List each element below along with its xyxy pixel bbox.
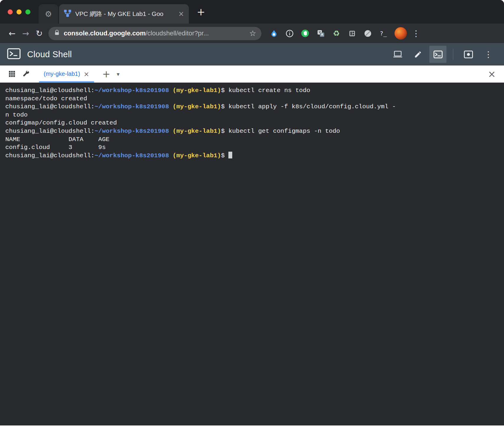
extensions-row: ♻ ?_ xyxy=(269,29,388,38)
grid-icon[interactable] xyxy=(5,67,19,81)
back-button[interactable]: ← xyxy=(5,27,19,40)
web-preview-icon[interactable] xyxy=(460,46,477,63)
terminal-cursor xyxy=(228,152,232,158)
url-path: /cloudshell/editor?pr... xyxy=(145,30,209,37)
profile-avatar[interactable] xyxy=(395,27,407,40)
circle-extension-icon[interactable] xyxy=(363,29,372,38)
browser-toolbar: ← → ↻ console.cloud.google.com/cloudshel… xyxy=(0,24,504,43)
reload-button[interactable]: ↻ xyxy=(32,27,46,40)
tab-title: VPC 網路 - My GKE Lab1 - Goo xyxy=(75,10,174,18)
url-text: console.cloud.google.com/cloudshell/edit… xyxy=(64,30,209,37)
translate-extension-icon[interactable] xyxy=(316,29,325,38)
address-bar[interactable]: console.cloud.google.com/cloudshell/edit… xyxy=(48,27,261,40)
terminal-line: NAME DATA AGE xyxy=(5,135,499,144)
browser-tab-active[interactable]: VPC 網路 - My GKE Lab1 - Goo × xyxy=(59,4,189,24)
session-tab-bar: (my-gke-lab1) × + ▾ × xyxy=(0,66,504,83)
url-domain: console.cloud.google.com xyxy=(64,30,145,37)
terminal-line: config.cloud 3 9s xyxy=(5,143,499,152)
browser-window: ⚙ VPC 網路 - My GKE Lab1 - Goo × + ← → ↻ xyxy=(0,0,504,429)
cloud-shell-logo-icon xyxy=(7,48,21,61)
terminal-extension-icon[interactable]: ?_ xyxy=(379,29,388,38)
browser-tab-strip: ⚙ VPC 網路 - My GKE Lab1 - Goo × + xyxy=(0,0,504,24)
tab-close-icon[interactable]: × xyxy=(178,10,184,17)
blue-drop-extension-icon[interactable] xyxy=(269,29,279,38)
window-zoom-button[interactable] xyxy=(25,9,30,14)
terminal-line: chusiang_lai@cloudshell:~/workshop-k8s20… xyxy=(5,152,499,160)
cloud-shell-header: Cloud Shell xyxy=(0,43,504,66)
stamp-extension-icon[interactable] xyxy=(347,29,357,38)
forward-button[interactable]: → xyxy=(19,27,32,40)
window-controls xyxy=(8,9,39,14)
bookmark-star-icon[interactable]: ☆ xyxy=(249,29,256,38)
new-tab-button[interactable]: + xyxy=(194,5,208,19)
window-minimize-button[interactable] xyxy=(17,9,22,14)
terminal-line: configmap/config.cloud created xyxy=(5,119,499,127)
session-tab-my-gke-lab1[interactable]: (my-gke-lab1) × xyxy=(38,66,95,82)
terminal-line: namespace/todo created xyxy=(5,95,499,103)
wrench-icon[interactable] xyxy=(19,67,33,81)
header-divider xyxy=(453,49,453,60)
header-actions: ⋮ xyxy=(389,46,497,63)
terminal[interactable]: chusiang_lai@cloudshell:~/workshop-k8s20… xyxy=(0,83,504,425)
active-tab-indicator xyxy=(39,81,94,82)
recycle-extension-icon[interactable]: ♻ xyxy=(332,29,341,38)
browser-tab-secondary[interactable]: ⚙ xyxy=(39,4,58,24)
gear-favicon-icon: ⚙ xyxy=(45,9,52,19)
vpc-network-favicon-icon xyxy=(64,9,71,18)
terminal-line: chusiang_lai@cloudshell:~/workshop-k8s20… xyxy=(5,86,499,95)
terminal-output: chusiang_lai@cloudshell:~/workshop-k8s20… xyxy=(5,86,499,160)
terminal-line: n todo xyxy=(5,111,499,119)
shell-menu-button[interactable]: ⋮ xyxy=(480,46,497,63)
info-extension-icon[interactable] xyxy=(285,29,294,38)
evernote-extension-icon[interactable] xyxy=(300,29,310,38)
terminal-line: chusiang_lai@cloudshell:~/workshop-k8s20… xyxy=(5,103,499,111)
window-close-button[interactable] xyxy=(8,9,13,14)
chevron-down-icon[interactable]: ▾ xyxy=(117,71,120,77)
session-tab-label: (my-gke-lab1) xyxy=(44,71,80,77)
pencil-icon[interactable] xyxy=(409,46,426,63)
close-panel-button[interactable]: × xyxy=(488,68,496,80)
bottom-strip xyxy=(0,425,504,429)
browser-menu-button[interactable]: ⋮ xyxy=(412,29,420,38)
add-session-button[interactable]: + xyxy=(102,68,110,80)
session-tab-close-icon[interactable]: × xyxy=(84,70,89,78)
terminal-line: chusiang_lai@cloudshell:~/workshop-k8s20… xyxy=(5,127,499,135)
lock-icon xyxy=(54,30,60,37)
laptop-icon[interactable] xyxy=(389,46,406,63)
terminal-icon[interactable] xyxy=(429,46,446,63)
page-title: Cloud Shell xyxy=(27,50,72,59)
